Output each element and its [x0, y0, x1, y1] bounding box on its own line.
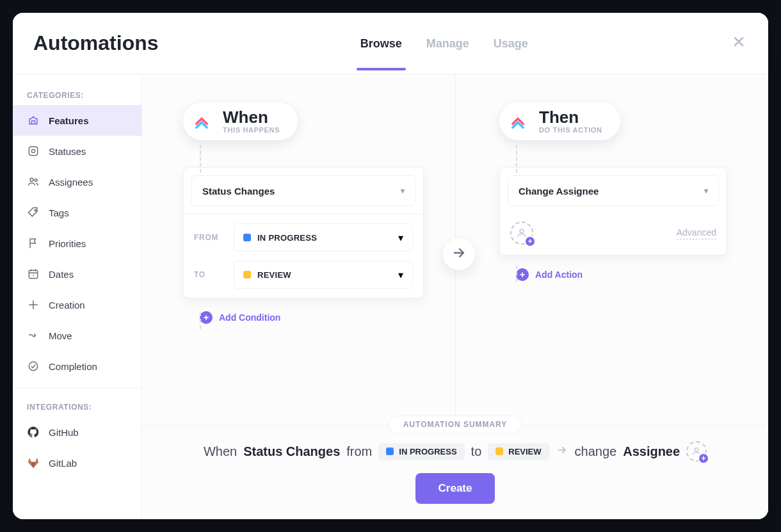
sidebar-item-label: GitHub — [49, 427, 79, 438]
tab-browse[interactable]: Browse — [360, 17, 402, 70]
plus-circle-icon: + — [200, 311, 213, 324]
sidebar-item-gitlab[interactable]: GitLab — [13, 447, 141, 478]
svg-point-4 — [35, 210, 36, 211]
then-card: Change Assignee ▾ + Advanced — [499, 167, 727, 255]
add-assignee-button[interactable]: + — [510, 222, 533, 245]
sidebar: CATEGORIES: Features Statuses Assignees — [13, 74, 142, 519]
sidebar-item-label: Statuses — [49, 146, 86, 157]
modal-header: Automations Browse Manage Usage — [13, 13, 768, 74]
priorities-icon — [27, 237, 40, 250]
connector-line — [516, 145, 517, 173]
from-status-select[interactable]: IN PROGRESS ▾ — [234, 223, 413, 252]
tab-usage[interactable]: Usage — [494, 17, 528, 70]
close-icon — [732, 35, 745, 52]
when-card: Status Changes ▾ FROM IN PROGRESS ▾ — [183, 167, 424, 298]
tags-icon — [27, 206, 40, 219]
svg-point-7 — [29, 362, 37, 370]
svg-rect-0 — [29, 147, 37, 155]
summary-text: When Status Changes from IN PROGRESS to … — [166, 441, 744, 462]
gitlab-icon — [27, 456, 40, 469]
create-button[interactable]: Create — [415, 473, 495, 504]
tabs: Browse Manage Usage — [360, 17, 528, 70]
sidebar-item-dates[interactable]: 1 Dates — [13, 259, 141, 289]
flow-arrow — [443, 238, 475, 270]
sidebar-item-label: Creation — [49, 300, 85, 310]
connector-line — [200, 145, 201, 173]
summary-to-chip: REVIEW — [488, 443, 549, 460]
sidebar-item-github[interactable]: GitHub — [13, 417, 141, 447]
to-status-value: REVIEW — [257, 270, 291, 280]
assignees-icon — [27, 175, 40, 188]
action-select[interactable]: Change Assignee ▾ — [508, 175, 719, 206]
then-header-pill: Then DO THIS ACTION — [499, 102, 620, 140]
svg-point-9 — [695, 448, 698, 451]
summary-when: When — [204, 444, 237, 459]
modal-body: CATEGORIES: Features Statuses Assignees — [13, 74, 768, 519]
status-dot-in-progress — [243, 234, 251, 241]
sidebar-divider — [13, 388, 141, 389]
advanced-link[interactable]: Advanced — [677, 227, 716, 239]
summary-change-word: change — [575, 444, 617, 459]
sidebar-item-move[interactable]: Move — [13, 320, 141, 351]
dates-icon: 1 — [27, 268, 40, 280]
completion-icon — [27, 360, 40, 373]
plus-badge-icon: + — [698, 453, 709, 464]
summary-assignee-word: Assignee — [623, 444, 680, 459]
trigger-select-value: Status Changes — [202, 186, 275, 197]
add-action-button[interactable]: + Add Action — [516, 268, 583, 281]
close-button[interactable] — [730, 35, 748, 52]
automation-summary: AUTOMATION SUMMARY When Status Changes f… — [142, 425, 768, 519]
github-icon — [27, 426, 40, 439]
sidebar-heading-categories: CATEGORIES: — [13, 83, 141, 105]
sidebar-item-priorities[interactable]: Priorities — [13, 228, 141, 259]
then-step: Then DO THIS ACTION Change Assignee ▾ — [499, 102, 727, 281]
when-subtitle: THIS HAPPENS — [223, 126, 280, 134]
statuses-icon — [27, 145, 40, 157]
summary-from-word: from — [346, 444, 372, 459]
chevron-down-icon: ▾ — [401, 186, 405, 195]
summary-add-assignee[interactable]: + — [686, 441, 707, 462]
page-title: Automations — [33, 31, 159, 55]
sidebar-heading-integrations: INTEGRATIONS: — [13, 395, 141, 417]
sidebar-item-label: GitLab — [49, 458, 77, 469]
sidebar-item-completion[interactable]: Completion — [13, 351, 141, 382]
sidebar-item-label: Features — [49, 115, 89, 126]
features-icon — [27, 114, 40, 127]
trigger-select[interactable]: Status Changes ▾ — [191, 175, 415, 206]
svg-point-8 — [520, 229, 524, 233]
summary-from-chip: IN PROGRESS — [378, 443, 464, 460]
from-label: FROM — [194, 233, 225, 242]
connector-line — [200, 312, 201, 329]
sidebar-item-tags[interactable]: Tags — [13, 197, 141, 228]
automations-modal: Automations Browse Manage Usage CATEGORI… — [13, 13, 768, 519]
creation-icon — [27, 298, 40, 311]
chevron-down-icon: ▾ — [398, 232, 403, 244]
chevron-down-icon: ▾ — [704, 186, 708, 195]
arrow-right-icon — [556, 444, 568, 460]
tab-manage[interactable]: Manage — [426, 17, 469, 70]
summary-to-word: to — [471, 444, 482, 459]
add-action-label: Add Action — [535, 270, 583, 280]
plus-badge-icon: + — [524, 236, 536, 247]
when-header-pill: When THIS HAPPENS — [183, 102, 298, 140]
add-condition-label: Add Condition — [219, 312, 280, 323]
plus-circle-icon: + — [516, 268, 529, 281]
svg-text:1: 1 — [32, 273, 34, 277]
from-status-value: IN PROGRESS — [257, 233, 317, 243]
chevron-down-icon: ▾ — [398, 269, 403, 281]
move-icon — [27, 329, 40, 342]
status-dot-review — [243, 271, 251, 278]
sidebar-item-label: Dates — [49, 269, 74, 280]
svg-point-2 — [30, 178, 33, 181]
action-select-value: Change Assignee — [519, 186, 599, 197]
sidebar-item-assignees[interactable]: Assignees — [13, 166, 141, 197]
sidebar-item-features[interactable]: Features — [13, 105, 141, 136]
to-status-select[interactable]: REVIEW ▾ — [234, 261, 413, 289]
when-step: When THIS HAPPENS Status Changes ▾ — [183, 102, 424, 324]
summary-heading: AUTOMATION SUMMARY — [389, 415, 522, 433]
sidebar-item-statuses[interactable]: Statuses — [13, 136, 141, 166]
sidebar-item-creation[interactable]: Creation — [13, 289, 141, 320]
sidebar-item-label: Move — [49, 330, 72, 341]
add-condition-button[interactable]: + Add Condition — [200, 311, 280, 324]
when-title: When — [223, 109, 280, 126]
